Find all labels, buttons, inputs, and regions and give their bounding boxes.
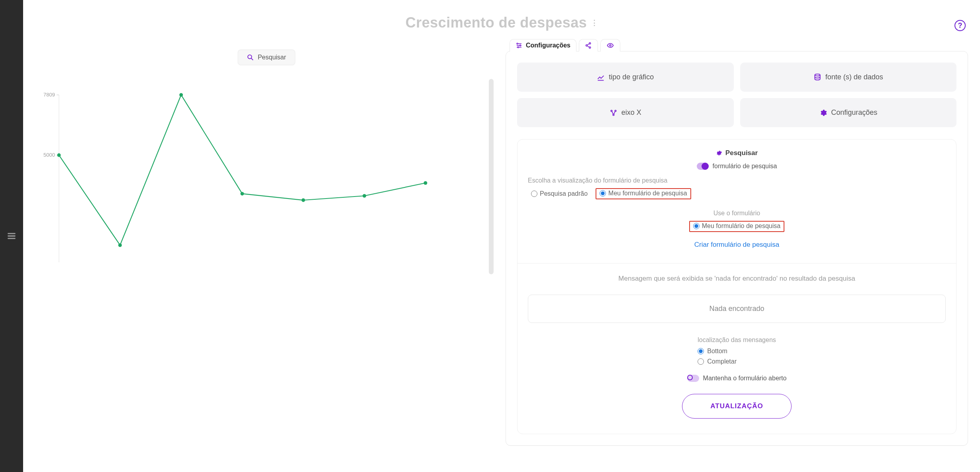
btn-chart-type[interactable]: tipo de gráfico — [517, 63, 734, 92]
btn-data-sources[interactable]: fonte (s) de dados — [740, 63, 957, 92]
svg-point-22 — [517, 47, 519, 48]
radio-loc-complete[interactable]: Completar — [698, 358, 776, 365]
share-icon — [585, 42, 592, 49]
svg-point-19 — [520, 45, 521, 46]
chart-column: Pesquisar 78095000 — [35, 39, 498, 460]
radio-loc-bottom-label: Bottom — [707, 348, 727, 355]
sliders-icon — [515, 42, 523, 49]
svg-point-3 — [248, 55, 252, 59]
svg-point-25 — [589, 43, 591, 44]
left-rail — [0, 0, 23, 472]
radio-loc-bottom-input[interactable] — [698, 348, 704, 354]
gear-icon — [819, 109, 827, 117]
not-found-input[interactable] — [528, 295, 946, 323]
search-section: Pesquisar formulário de pesquisa Escolha… — [517, 139, 956, 434]
section-heading-text: Pesquisar — [725, 149, 758, 157]
svg-point-35 — [613, 114, 614, 115]
svg-point-33 — [611, 110, 612, 111]
chart-scrollbar[interactable] — [489, 79, 494, 274]
toggle-keep-open[interactable] — [687, 375, 699, 382]
svg-rect-0 — [8, 233, 16, 234]
chart-type-icon — [597, 73, 605, 81]
btn-chart-type-label: tipo de gráfico — [609, 73, 654, 81]
help-glyph: ? — [958, 22, 962, 30]
svg-point-12 — [179, 93, 183, 97]
drag-handle-icon[interactable]: ⋮ — [591, 19, 598, 26]
database-icon — [813, 73, 821, 81]
not-found-desc: Mensagem que será exibida se 'nada for e… — [528, 275, 946, 283]
btn-x-axis[interactable]: eixo X — [517, 98, 734, 127]
radio-use-form-label: Meu formulário de pesquisa — [702, 222, 780, 230]
radio-loc-complete-label: Completar — [707, 358, 737, 365]
radio-use-form-input[interactable] — [693, 223, 700, 229]
radio-my-form[interactable]: Meu formulário de pesquisa — [596, 188, 691, 199]
svg-point-11 — [118, 243, 122, 247]
svg-line-36 — [612, 111, 613, 114]
search-icon — [247, 54, 254, 61]
axis-icon — [610, 109, 617, 117]
svg-text:7809: 7809 — [43, 92, 55, 98]
radio-loc-bottom[interactable]: Bottom — [698, 348, 776, 355]
svg-point-27 — [589, 47, 591, 48]
radio-view-group: Pesquisa padrão Meu formulário de pesqui… — [528, 188, 946, 199]
svg-point-13 — [241, 192, 244, 195]
svg-point-26 — [586, 45, 588, 46]
use-form-label: Use o formulário — [528, 210, 946, 217]
tab-config-label: Configurações — [526, 42, 570, 49]
radio-my-form-input[interactable] — [600, 190, 606, 197]
svg-rect-1 — [8, 236, 16, 237]
choose-view-hint: Escolha a visualização do formulário de … — [528, 177, 946, 184]
chart-area: 78095000 — [35, 39, 498, 278]
loc-title: localização das mensagens — [698, 336, 776, 344]
btn-settings-sub-label: Configurações — [831, 108, 877, 117]
svg-point-16 — [424, 181, 427, 185]
btn-x-axis-label: eixo X — [621, 108, 641, 117]
main: Crescimento de despesas ⋮ ? Pesquisar 78… — [23, 0, 980, 472]
eye-icon — [606, 42, 614, 49]
toggle-search-form-row: formulário de pesquisa — [528, 163, 946, 170]
search-chip[interactable]: Pesquisar — [237, 49, 295, 65]
radio-use-form[interactable]: Meu formulário de pesquisa — [689, 221, 784, 232]
radio-my-form-label: Meu formulário de pesquisa — [608, 190, 687, 197]
btn-settings-sub[interactable]: Configurações — [740, 98, 957, 127]
toggle-search-form[interactable] — [697, 163, 709, 170]
link-create-form[interactable]: Criar formulário de pesquisa — [528, 241, 946, 249]
svg-line-4 — [251, 58, 253, 60]
svg-rect-2 — [8, 238, 16, 239]
svg-point-32 — [815, 74, 820, 76]
radio-default-search-label: Pesquisa padrão — [540, 190, 588, 197]
config-panel: tipo de gráfico fonte (s) de dados — [506, 51, 968, 446]
svg-point-30 — [610, 45, 611, 46]
menu-icon[interactable] — [6, 231, 17, 241]
tab-config[interactable]: Configurações — [510, 39, 576, 51]
svg-point-14 — [302, 199, 305, 202]
gear-small-icon — [716, 150, 722, 156]
svg-line-29 — [587, 46, 589, 47]
radio-default-search[interactable]: Pesquisa padrão — [528, 189, 591, 199]
page-title-text: Crescimento de despesas — [406, 14, 587, 31]
btn-data-sources-label: fonte (s) de dados — [825, 73, 883, 81]
svg-point-17 — [517, 43, 518, 44]
scrollbar-thumb[interactable] — [489, 79, 494, 274]
svg-point-10 — [57, 153, 61, 157]
svg-line-28 — [587, 44, 589, 45]
toggle-search-form-label: formulário de pesquisa — [713, 163, 777, 170]
tab-share[interactable] — [579, 39, 598, 51]
svg-line-37 — [614, 111, 615, 114]
update-button[interactable]: ATUALIZAÇÃO — [682, 394, 792, 419]
search-chip-label: Pesquisar — [258, 54, 286, 61]
radio-loc-complete-input[interactable] — [698, 358, 704, 365]
divider — [517, 263, 956, 264]
page-title: Crescimento de despesas ⋮ — [23, 14, 980, 31]
svg-point-15 — [363, 194, 366, 198]
tab-preview[interactable] — [600, 39, 620, 51]
svg-text:5000: 5000 — [43, 152, 55, 158]
radio-default-search-input[interactable] — [531, 191, 537, 197]
keep-open-label: Mantenha o formulário aberto — [703, 375, 787, 382]
svg-point-34 — [615, 110, 616, 111]
section-heading: Pesquisar — [528, 149, 946, 157]
keep-open-row: Mantenha o formulário aberto — [528, 375, 946, 382]
tabs: Configurações — [510, 39, 968, 51]
line-chart: 78095000 — [35, 79, 433, 278]
help-icon[interactable]: ? — [955, 20, 966, 31]
